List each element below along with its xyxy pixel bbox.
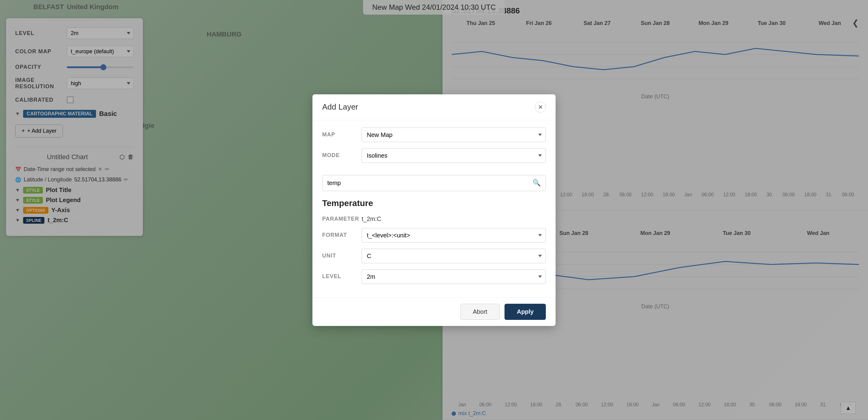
- modal-unit-row: UNIT C: [322, 249, 546, 263]
- modal-level-row: LEVEL 2m: [322, 269, 546, 284]
- apply-button[interactable]: Apply: [504, 304, 546, 320]
- modal-search-button[interactable]: 🔍: [528, 175, 546, 191]
- search-icon: 🔍: [532, 179, 541, 187]
- modal-map-select[interactable]: New Map: [362, 128, 546, 142]
- modal-spacer: [322, 169, 546, 175]
- modal-format-label: FORMAT: [322, 232, 362, 238]
- modal-mode-label: MODE: [322, 152, 362, 159]
- modal-search-input[interactable]: [322, 175, 528, 191]
- abort-button[interactable]: Abort: [460, 304, 500, 320]
- modal-parameter-row: PARAMETER t_2m:C: [322, 216, 546, 222]
- modal-unit-select[interactable]: C: [362, 249, 546, 263]
- modal-parameter-value: t_2m:C: [362, 216, 381, 222]
- modal-map-row: MAP New Map: [322, 128, 546, 142]
- modal-format-row: FORMAT t_<level>:<unit>: [322, 228, 546, 243]
- modal-map-label: MAP: [322, 132, 362, 138]
- modal-close-button[interactable]: ✕: [535, 102, 546, 113]
- modal-body: MAP New Map MODE Isolines 🔍 Temperature: [312, 120, 556, 297]
- modal-level-select[interactable]: 2m: [362, 269, 546, 284]
- modal-footer: Abort Apply: [312, 297, 556, 326]
- modal-parameter-label: PARAMETER: [322, 216, 362, 222]
- modal-overlay: Add Layer ✕ MAP New Map MODE Isolines: [0, 0, 868, 420]
- add-layer-modal: Add Layer ✕ MAP New Map MODE Isolines: [312, 94, 556, 326]
- modal-mode-select[interactable]: Isolines: [362, 148, 546, 163]
- modal-header: Add Layer ✕: [312, 94, 556, 120]
- modal-search-container: 🔍: [322, 175, 546, 191]
- modal-mode-row: MODE Isolines: [322, 148, 546, 163]
- modal-level-label: LEVEL: [322, 273, 362, 280]
- modal-title: Add Layer: [322, 102, 358, 112]
- modal-section-temperature: Temperature: [322, 198, 546, 208]
- modal-format-select[interactable]: t_<level>:<unit>: [362, 228, 546, 243]
- modal-unit-label: UNIT: [322, 253, 362, 259]
